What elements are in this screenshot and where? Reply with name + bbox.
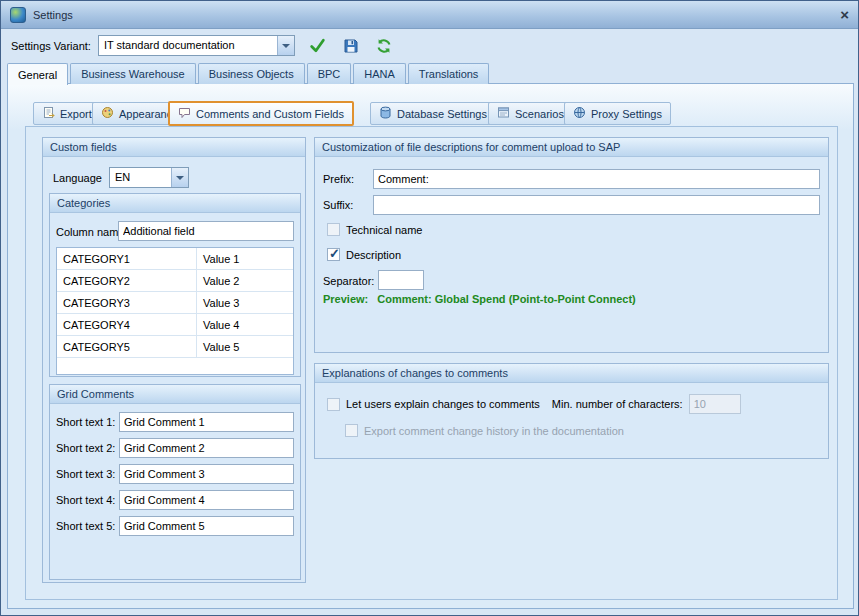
export-icon bbox=[42, 106, 55, 121]
category-key-cell[interactable]: CATEGORY5 bbox=[57, 336, 197, 357]
apply-check-icon[interactable] bbox=[308, 36, 328, 56]
sap-upload-group: Customization of file descriptions for c… bbox=[314, 137, 829, 353]
description-checkbox-row: Description bbox=[327, 248, 401, 261]
subtab-database-settings[interactable]: Database Settings bbox=[370, 102, 496, 125]
short-text-1-input[interactable] bbox=[119, 412, 294, 432]
tab-hana[interactable]: HANA bbox=[353, 63, 406, 84]
database-icon bbox=[379, 106, 392, 121]
column-name-label: Column name: bbox=[56, 225, 128, 239]
save-icon[interactable] bbox=[341, 36, 361, 56]
titlebar: Settings × bbox=[1, 1, 858, 29]
language-dropdown-icon[interactable] bbox=[171, 168, 188, 187]
subtab-export[interactable]: Export bbox=[33, 102, 101, 125]
toolbar: Settings Variant: IT standard documentat… bbox=[1, 30, 858, 61]
subtab-scenarios[interactable]: Scenarios bbox=[488, 102, 573, 125]
technical-name-checkbox[interactable] bbox=[327, 223, 340, 236]
refresh-icon[interactable] bbox=[374, 36, 394, 56]
language-combobox[interactable]: EN bbox=[109, 167, 189, 188]
description-checkbox[interactable] bbox=[327, 248, 340, 261]
settings-variant-label: Settings Variant: bbox=[11, 40, 91, 52]
category-value-cell[interactable]: Value 4 bbox=[197, 314, 293, 335]
short-text-3-label: Short text 3: bbox=[56, 468, 119, 480]
grid-comments-header: Grid Comments bbox=[50, 385, 300, 404]
technical-name-checkbox-row: Technical name bbox=[327, 223, 422, 236]
settings-variant-combobox[interactable]: IT standard documentation bbox=[98, 35, 295, 56]
language-value: EN bbox=[110, 168, 171, 187]
scenarios-icon bbox=[497, 106, 510, 121]
short-text-5-label: Short text 5: bbox=[56, 520, 119, 532]
let-users-explain-row: Let users explain changes to comments Mi… bbox=[327, 394, 741, 414]
preview-label: Preview: bbox=[323, 293, 368, 305]
list-item: Short text 3: bbox=[56, 464, 294, 484]
main-tab-strip: General Business Warehouse Business Obje… bbox=[7, 62, 852, 84]
category-value-cell[interactable]: Value 1 bbox=[197, 248, 293, 269]
category-key-cell[interactable]: CATEGORY4 bbox=[57, 314, 197, 335]
explanations-header: Explanations of changes to comments bbox=[315, 364, 828, 383]
custom-fields-header: Custom fields bbox=[43, 138, 305, 157]
separator-input[interactable] bbox=[378, 270, 424, 290]
table-row[interactable]: CATEGORY4 Value 4 bbox=[57, 314, 293, 336]
short-text-2-label: Short text 2: bbox=[56, 442, 119, 454]
column-name-input[interactable] bbox=[118, 221, 294, 241]
export-history-checkbox[interactable] bbox=[345, 424, 358, 437]
sap-upload-header: Customization of file descriptions for c… bbox=[315, 138, 828, 157]
suffix-input[interactable] bbox=[373, 195, 820, 215]
category-value-cell[interactable]: Value 5 bbox=[197, 336, 293, 357]
tab-business-objects[interactable]: Business Objects bbox=[198, 63, 305, 84]
table-row[interactable]: CATEGORY2 Value 2 bbox=[57, 270, 293, 292]
subtab-label: Export bbox=[60, 108, 92, 120]
tab-translations[interactable]: Translations bbox=[408, 63, 490, 84]
preview-row: Preview: Comment: Global Spend (Point-to… bbox=[323, 293, 636, 305]
short-text-2-input[interactable] bbox=[119, 438, 294, 458]
let-users-explain-checkbox[interactable] bbox=[327, 398, 340, 411]
list-item: Short text 2: bbox=[56, 438, 294, 458]
category-key-cell[interactable]: CATEGORY3 bbox=[57, 292, 197, 313]
categories-group: Categories Column name: CATEGORY1 Value … bbox=[49, 193, 301, 377]
window-title: Settings bbox=[33, 9, 73, 21]
proxy-icon bbox=[573, 106, 586, 121]
close-icon[interactable]: × bbox=[840, 7, 849, 22]
category-value-cell[interactable]: Value 3 bbox=[197, 292, 293, 313]
short-text-4-label: Short text 4: bbox=[56, 494, 119, 506]
subtab-label: Comments and Custom Fields bbox=[196, 108, 344, 120]
list-item: Short text 1: bbox=[56, 412, 294, 432]
category-key-cell[interactable]: CATEGORY2 bbox=[57, 270, 197, 291]
category-key-cell[interactable]: CATEGORY1 bbox=[57, 248, 197, 269]
grid-comments-rows: Short text 1: Short text 2: Short text 3… bbox=[56, 412, 294, 536]
subtab-comments-and-custom-fields[interactable]: Comments and Custom Fields bbox=[168, 101, 354, 126]
category-value-cell[interactable]: Value 2 bbox=[197, 270, 293, 291]
min-chars-input[interactable] bbox=[689, 394, 741, 414]
short-text-3-input[interactable] bbox=[119, 464, 294, 484]
content-frame: Custom fields Language EN Categories Col… bbox=[25, 126, 838, 600]
list-item: Short text 5: bbox=[56, 516, 294, 536]
technical-name-label: Technical name bbox=[346, 224, 422, 236]
subtab-label: Proxy Settings bbox=[591, 108, 662, 120]
list-item: Short text 4: bbox=[56, 490, 294, 510]
comments-icon bbox=[178, 106, 191, 121]
tab-business-warehouse[interactable]: Business Warehouse bbox=[70, 63, 196, 84]
tab-bpc[interactable]: BPC bbox=[307, 63, 352, 84]
description-label: Description bbox=[346, 249, 401, 261]
explanations-group: Explanations of changes to comments Let … bbox=[314, 363, 829, 459]
prefix-label: Prefix: bbox=[323, 172, 354, 186]
tab-general[interactable]: General bbox=[7, 63, 68, 85]
short-text-4-input[interactable] bbox=[119, 490, 294, 510]
appearance-icon bbox=[101, 106, 114, 121]
short-text-5-input[interactable] bbox=[119, 516, 294, 536]
table-row[interactable]: CATEGORY1 Value 1 bbox=[57, 248, 293, 270]
table-row[interactable]: CATEGORY5 Value 5 bbox=[57, 336, 293, 358]
categories-header: Categories bbox=[50, 194, 300, 213]
separator-label: Separator: bbox=[323, 274, 374, 288]
subtab-proxy-settings[interactable]: Proxy Settings bbox=[564, 102, 671, 125]
preview-value: Comment: Global Spend (Point-to-Point Co… bbox=[377, 293, 635, 305]
settings-window: Settings × Settings Variant: IT standard… bbox=[0, 0, 859, 616]
min-chars-label: Min. number of characters: bbox=[552, 398, 683, 410]
settings-variant-dropdown-icon[interactable] bbox=[277, 36, 294, 55]
prefix-input[interactable] bbox=[373, 169, 820, 189]
short-text-1-label: Short text 1: bbox=[56, 416, 119, 428]
table-row[interactable]: CATEGORY3 Value 3 bbox=[57, 292, 293, 314]
app-icon bbox=[10, 7, 26, 23]
categories-table: CATEGORY1 Value 1 CATEGORY2 Value 2 CATE… bbox=[56, 247, 294, 375]
export-history-label: Export comment change history in the doc… bbox=[364, 425, 624, 437]
subtab-label: Database Settings bbox=[397, 108, 487, 120]
